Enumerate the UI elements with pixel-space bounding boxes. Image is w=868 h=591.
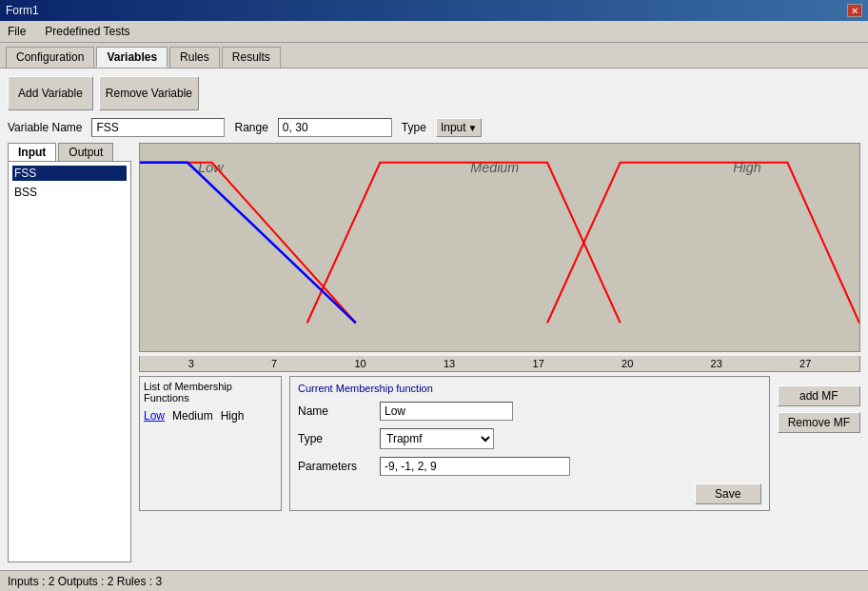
- range-label: Range: [234, 121, 267, 134]
- x-label-7: 7: [271, 358, 277, 369]
- x-label-3: 3: [188, 358, 194, 369]
- mf-parameters-label: Parameters: [298, 460, 374, 473]
- status-bar: Inputs : 2 Outputs : 2 Rules : 3: [0, 570, 868, 591]
- mf-type-label: Type: [298, 432, 374, 445]
- current-mf-panel: Current Membership function Name Type Tr…: [289, 376, 770, 511]
- main-content: Add Variable Remove Variable Variable Na…: [0, 69, 868, 570]
- dropdown-arrow-icon: ▼: [468, 123, 478, 133]
- variable-fields-row: Variable Name Range Type Input ▼: [8, 118, 860, 137]
- var-item-bss[interactable]: BSS: [12, 185, 127, 200]
- io-tabs: Input Output: [8, 143, 131, 161]
- mf-list-title: List of Membership Functions: [144, 381, 277, 404]
- x-label-17: 17: [533, 358, 544, 369]
- toolbar: Add Variable Remove Variable: [8, 76, 860, 110]
- chart-area: Low Medium High: [139, 143, 860, 352]
- chart-x-axis: 3 7 10 13 17 20 23 27: [139, 356, 860, 372]
- window-title: Form1: [6, 4, 39, 17]
- mf-parameters-input[interactable]: [380, 457, 570, 476]
- left-panel: Input Output FSS BSS: [8, 143, 131, 562]
- lower-area: Input Output FSS BSS Low Medium High: [8, 143, 860, 562]
- right-area: Low Medium High: [139, 143, 860, 562]
- menu-bar: File Predefined Tests: [0, 21, 868, 43]
- close-button[interactable]: ✕: [847, 4, 862, 17]
- right-buttons: add MF Remove MF: [778, 376, 860, 511]
- x-label-27: 27: [799, 358, 811, 369]
- mf-item-low[interactable]: Low: [144, 409, 165, 423]
- mf-parameters-field: Parameters: [298, 457, 761, 476]
- bottom-area: List of Membership Functions Low Medium …: [139, 376, 860, 511]
- x-label-13: 13: [444, 358, 455, 369]
- add-variable-button[interactable]: Add Variable: [8, 76, 93, 110]
- mf-name-label: Name: [298, 404, 374, 418]
- remove-variable-button[interactable]: Remove Variable: [99, 76, 199, 110]
- range-input[interactable]: [278, 118, 392, 137]
- type-dropdown[interactable]: Input ▼: [436, 118, 483, 137]
- variable-name-label: Variable Name: [8, 121, 82, 134]
- status-text: Inputs : 2 Outputs : 2 Rules : 3: [8, 575, 162, 588]
- variable-name-input[interactable]: [91, 118, 225, 137]
- x-label-20: 20: [621, 358, 633, 369]
- mf-type-field: Type Trapmf Trimf Gaussmf Sigmf: [298, 428, 761, 449]
- var-item-fss[interactable]: FSS: [12, 166, 127, 181]
- mf-list-panel: List of Membership Functions Low Medium …: [139, 376, 282, 511]
- mf-items: Low Medium High: [144, 409, 277, 423]
- io-tab-output[interactable]: Output: [58, 143, 113, 161]
- save-row: Save: [298, 483, 761, 504]
- tab-configuration[interactable]: Configuration: [6, 47, 94, 68]
- tab-variables[interactable]: Variables: [96, 47, 168, 68]
- type-value: Input: [441, 121, 466, 134]
- save-button[interactable]: Save: [695, 483, 761, 504]
- x-label-23: 23: [711, 358, 722, 369]
- type-label: Type: [402, 121, 426, 134]
- mf-chart: Low Medium High: [140, 144, 859, 351]
- variable-list: FSS BSS: [8, 161, 131, 562]
- mf-name-field: Name: [298, 402, 761, 421]
- menu-predefined-tests[interactable]: Predefined Tests: [41, 23, 133, 40]
- tab-results[interactable]: Results: [222, 47, 281, 68]
- current-mf-title: Current Membership function: [298, 383, 761, 394]
- mf-item-high[interactable]: High: [221, 409, 245, 423]
- add-mf-button[interactable]: add MF: [778, 385, 860, 406]
- menu-file[interactable]: File: [4, 23, 30, 40]
- title-bar: Form1 ✕: [0, 0, 868, 21]
- remove-mf-button[interactable]: Remove MF: [778, 412, 860, 433]
- io-tab-input[interactable]: Input: [8, 143, 56, 161]
- tabs-bar: Configuration Variables Rules Results: [0, 43, 868, 69]
- tab-rules[interactable]: Rules: [169, 47, 220, 68]
- mf-item-medium[interactable]: Medium: [172, 409, 213, 423]
- x-label-10: 10: [354, 358, 365, 369]
- mf-type-select[interactable]: Trapmf Trimf Gaussmf Sigmf: [380, 428, 494, 449]
- mf-name-input[interactable]: [380, 402, 513, 421]
